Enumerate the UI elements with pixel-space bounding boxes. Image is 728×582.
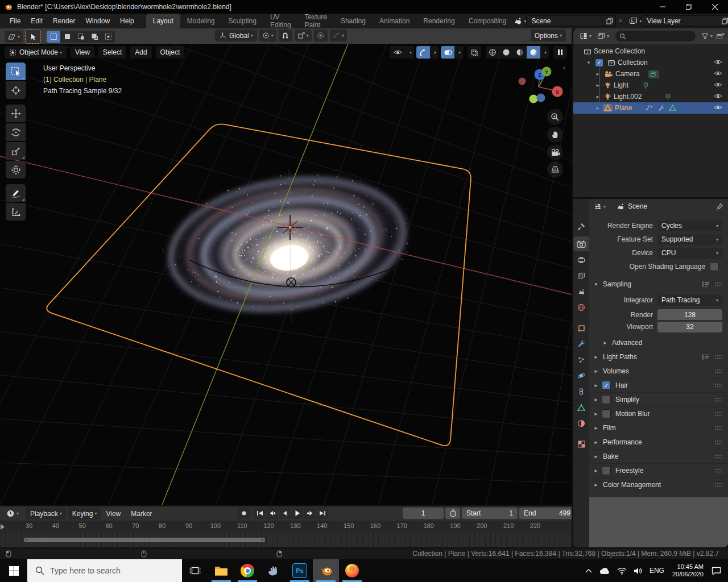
freestyle-checkbox[interactable]: ✓: [602, 466, 611, 475]
tab-texture-paint[interactable]: Texture Paint: [298, 14, 334, 28]
panel-advanced[interactable]: ► Advanced: [589, 336, 728, 350]
tab-scene[interactable]: [573, 284, 589, 299]
shading-material-button[interactable]: [513, 46, 527, 59]
outliner-row-collection[interactable]: ▼ ✓ Collection: [573, 57, 728, 68]
tab-world[interactable]: [573, 300, 589, 315]
hide-toggle-eye-icon[interactable]: [714, 59, 722, 65]
tab-uv-editing[interactable]: UV Editing: [263, 14, 298, 28]
zoom-view-button[interactable]: [547, 109, 563, 125]
menu-add[interactable]: Add: [130, 46, 151, 59]
tab-tool[interactable]: [573, 219, 589, 234]
jump-to-start-button[interactable]: [254, 508, 266, 519]
tab-layout[interactable]: Layout: [146, 14, 180, 28]
pivot-point-dropdown[interactable]: ▾: [259, 30, 276, 41]
hide-toggle-eye-icon[interactable]: [714, 70, 722, 77]
photoshop-button[interactable]: Ps: [287, 559, 313, 582]
panel-motion-blur[interactable]: ► ✓ Motion Blur: [589, 406, 728, 421]
grip-dots-icon[interactable]: [714, 483, 722, 488]
end-frame-field[interactable]: End499: [519, 508, 572, 519]
taskbar-clock[interactable]: 10:45 AM 20/06/2020: [668, 563, 708, 578]
expander-icon[interactable]: ▼: [586, 60, 592, 65]
pin-icon[interactable]: [716, 203, 723, 210]
panel-color-management[interactable]: ► Color Management: [589, 477, 728, 492]
device-dropdown[interactable]: CPU ▾: [657, 248, 722, 259]
preset-list-icon[interactable]: [702, 354, 710, 360]
outliner-editor-type[interactable]: ▾: [577, 30, 594, 42]
scene-name-field[interactable]: Scene: [526, 15, 616, 27]
light-data-icon[interactable]: [664, 93, 672, 101]
tab-material[interactable]: [573, 416, 589, 431]
restore-button[interactable]: [676, 0, 702, 14]
camera-data-icon[interactable]: [648, 70, 659, 78]
unlink-scene-button[interactable]: ×: [616, 17, 624, 25]
tab-shading[interactable]: Shading: [334, 14, 373, 28]
perspective-toggle-button[interactable]: [547, 161, 563, 177]
shading-rendered-button[interactable]: [527, 46, 540, 59]
tab-view-layer[interactable]: [573, 268, 589, 283]
tab-compositing[interactable]: Compositing: [462, 14, 514, 28]
outliner-search-input[interactable]: [615, 31, 696, 41]
use-preview-range-button[interactable]: [445, 508, 460, 519]
expander-icon[interactable]: ►: [595, 83, 601, 88]
outliner-row-plane[interactable]: ► Plane: [573, 102, 728, 114]
mode-dropdown[interactable]: Object Mode ▾: [5, 46, 67, 59]
wifi-icon[interactable]: [614, 559, 630, 582]
menu-object[interactable]: Object: [156, 46, 185, 59]
view-layer-icon[interactable]: [629, 17, 638, 25]
pan-view-button[interactable]: [547, 127, 563, 143]
timeline-ruler[interactable]: 3040506070809010011012013014015016017018…: [0, 521, 572, 533]
close-button[interactable]: [702, 0, 728, 14]
shading-dropdown[interactable]: ▾: [540, 46, 549, 59]
tab-object[interactable]: [573, 321, 589, 335]
select-mode-subtract-button[interactable]: [74, 31, 88, 43]
navigation-gizmo[interactable]: Z Y X: [519, 67, 563, 103]
file-explorer-button[interactable]: [208, 559, 234, 582]
editor-type-selector[interactable]: ▾: [5, 31, 23, 43]
keying-menu[interactable]: Keying▾: [68, 508, 101, 519]
duplicate-icon[interactable]: [606, 18, 613, 24]
tab-animation[interactable]: Animation: [373, 14, 416, 28]
start-button[interactable]: [0, 559, 27, 582]
camera-view-button[interactable]: [547, 144, 563, 160]
outliner-row-light[interactable]: ► Light: [573, 80, 728, 91]
panel-sampling[interactable]: ▼ Sampling: [589, 277, 728, 291]
integrator-dropdown[interactable]: Path Tracing ▾: [657, 295, 722, 306]
tab-modeling[interactable]: Modeling: [180, 14, 222, 28]
xray-toggle[interactable]: [468, 46, 481, 59]
object-visibility-dropdown[interactable]: ▾: [390, 46, 414, 59]
onedrive-cloud-icon[interactable]: [595, 559, 614, 582]
grip-dots-icon[interactable]: [714, 383, 722, 388]
menu-select[interactable]: Select: [98, 46, 126, 59]
proportional-falloff-dropdown[interactable]: ▾: [330, 30, 347, 41]
next-keyframe-button[interactable]: [304, 508, 316, 519]
grip-dots-icon[interactable]: [714, 397, 722, 402]
grip-dots-icon[interactable]: [714, 468, 722, 473]
simplify-checkbox[interactable]: ✓: [602, 395, 611, 404]
show-gizmo-toggle[interactable]: [416, 46, 430, 59]
render-samples-field[interactable]: 128: [657, 309, 722, 320]
hide-toggle-eye-icon[interactable]: [714, 81, 722, 88]
previous-keyframe-button[interactable]: [267, 508, 278, 519]
tool-move[interactable]: [6, 105, 26, 122]
volume-icon[interactable]: [630, 559, 646, 582]
grip-dots-icon[interactable]: [714, 282, 722, 287]
tab-particles[interactable]: [573, 352, 589, 367]
jump-to-end-button[interactable]: [317, 508, 328, 519]
chrome-button[interactable]: [234, 559, 260, 582]
active-tool-button[interactable]: [25, 30, 41, 44]
shading-wireframe-button[interactable]: [486, 46, 499, 59]
viewport-canvas[interactable]: Z Y X: [0, 44, 572, 505]
select-mode-intersect-button[interactable]: [101, 31, 115, 43]
menu-file[interactable]: File: [5, 14, 26, 28]
grip-dots-icon[interactable]: [714, 426, 722, 431]
scene-icon[interactable]: [513, 17, 522, 25]
action-center-icon[interactable]: [708, 559, 728, 582]
modifier-wrench-icon[interactable]: [657, 105, 665, 112]
tab-modifiers[interactable]: [573, 336, 589, 351]
properties-editor-type[interactable]: ▾: [592, 201, 608, 213]
language-indicator[interactable]: ENG: [646, 559, 668, 582]
tool-annotate[interactable]: [6, 184, 26, 202]
minimize-button[interactable]: [650, 0, 676, 14]
current-frame-field[interactable]: 1: [403, 508, 444, 519]
tab-constraints[interactable]: [573, 384, 589, 399]
